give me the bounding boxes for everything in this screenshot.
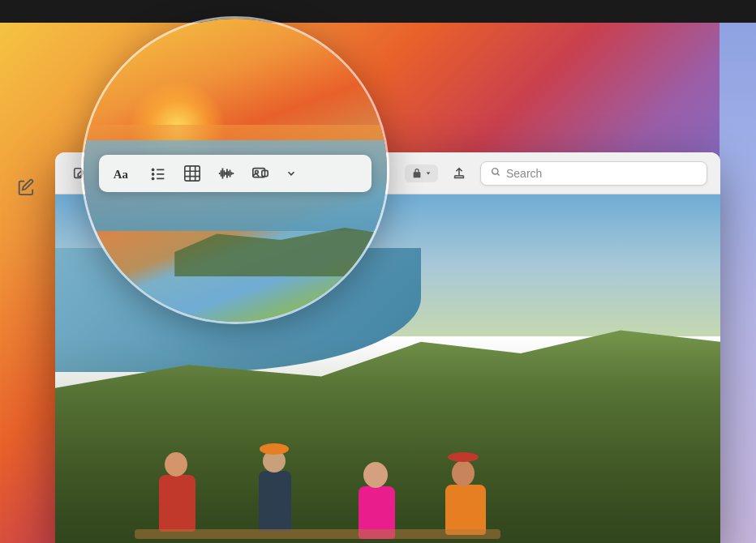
magnifier-table-icon[interactable] (183, 165, 201, 182)
person-orange (441, 462, 490, 535)
search-placeholder-text: Search (506, 167, 697, 180)
magnifier-list-icon[interactable] (149, 165, 167, 182)
svg-rect-9 (185, 166, 200, 181)
magnifier-text-icon[interactable]: Aa (112, 163, 133, 184)
lock-button[interactable] (405, 165, 438, 182)
person-dark (255, 443, 295, 532)
magnifier-media-icon[interactable] (251, 165, 269, 182)
search-bar[interactable]: Search (480, 161, 707, 186)
magnifier-circle: Aa (81, 16, 389, 324)
magnifier-chevron-icon[interactable] (286, 168, 297, 179)
floating-edit-button[interactable] (16, 178, 34, 200)
svg-point-5 (151, 173, 154, 176)
search-icon (491, 167, 501, 180)
svg-point-7 (151, 177, 154, 181)
magnifier-waveform-icon[interactable] (217, 165, 235, 182)
svg-point-1 (492, 168, 498, 173)
svg-point-3 (151, 169, 154, 172)
magnifier-content: Aa (84, 19, 387, 322)
picnic-blanket (135, 529, 500, 539)
person-red (155, 451, 200, 532)
share-button[interactable] (448, 162, 470, 185)
right-sidebar-bar (719, 0, 756, 543)
magnifier-toolbar-popup: Aa (99, 155, 372, 192)
svg-text:Aa: Aa (114, 168, 129, 181)
person-pink (354, 462, 399, 539)
